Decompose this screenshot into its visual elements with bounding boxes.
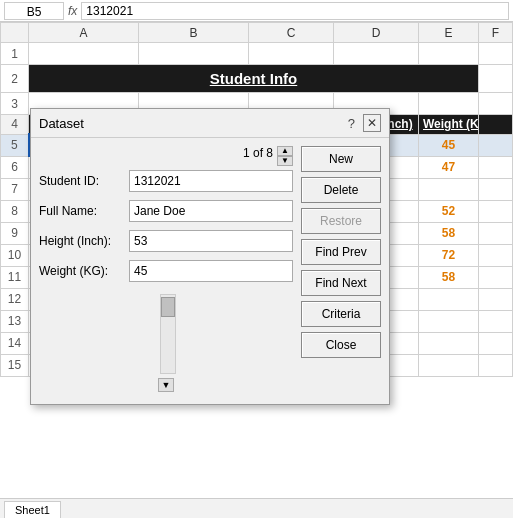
cell-e1[interactable]	[419, 43, 479, 65]
col-header-d[interactable]: D	[334, 23, 419, 43]
cell-f13[interactable]	[479, 310, 513, 332]
row-num: 2	[1, 65, 29, 93]
dialog-body: 1 of 8 ▲ ▼ Student ID:	[31, 138, 389, 404]
table-row: 1	[1, 43, 513, 65]
cell-e10[interactable]: 72	[419, 244, 479, 266]
dialog-bottom: ▼	[39, 374, 293, 396]
scroll-up-arrow[interactable]: ▲	[277, 146, 293, 156]
col-header-c[interactable]: C	[249, 23, 334, 43]
header-weight[interactable]: Weight (KG)	[419, 115, 479, 135]
col-header-corner[interactable]	[1, 23, 29, 43]
dialog-close-icon[interactable]: ✕	[363, 114, 381, 132]
cell-e14[interactable]	[419, 332, 479, 354]
col-header-f[interactable]: F	[479, 23, 513, 43]
cell-e8[interactable]: 52	[419, 200, 479, 222]
find-next-button[interactable]: Find Next	[301, 270, 381, 296]
v-scrollbar[interactable]	[160, 294, 176, 374]
cell-e13[interactable]	[419, 310, 479, 332]
cell-f10[interactable]	[479, 244, 513, 266]
dialog-title: Dataset	[39, 116, 84, 131]
fx-label: fx	[68, 4, 77, 18]
cell-f11[interactable]	[479, 266, 513, 288]
cell-e5[interactable]: 45	[419, 134, 479, 156]
record-indicator-row: 1 of 8 ▲ ▼	[39, 146, 293, 166]
cell-d1[interactable]	[334, 43, 419, 65]
row-num: 4	[1, 115, 29, 135]
field-input-wrapper-full-name	[129, 200, 293, 222]
row-num: 8	[1, 200, 29, 222]
record-indicator: 1 of 8	[243, 146, 273, 160]
row-num: 5	[1, 134, 29, 156]
field-input-student-id[interactable]	[129, 170, 293, 192]
close-button[interactable]: Close	[301, 332, 381, 358]
cell-f2[interactable]	[479, 65, 513, 93]
cell-f7[interactable]	[479, 178, 513, 200]
dialog-buttons: New Delete Restore Find Prev Find Next C…	[301, 146, 381, 396]
cell-e11[interactable]: 58	[419, 266, 479, 288]
sheet-tabs: Sheet1	[0, 498, 513, 518]
row-num: 13	[1, 310, 29, 332]
cell-f5[interactable]	[479, 134, 513, 156]
cell-f12[interactable]	[479, 288, 513, 310]
cell-a1[interactable]	[29, 43, 139, 65]
field-input-wrapper-student-id	[129, 170, 293, 192]
cell-e15[interactable]	[419, 354, 479, 376]
field-label-student-id: Student ID:	[39, 174, 129, 188]
cell-e6[interactable]: 47	[419, 156, 479, 178]
formula-input[interactable]	[81, 2, 509, 20]
cell-e7[interactable]	[419, 178, 479, 200]
cell-c1[interactable]	[249, 43, 334, 65]
dialog-fields-area: 1 of 8 ▲ ▼ Student ID:	[39, 146, 293, 396]
scroll-arrows: ▲ ▼	[277, 146, 293, 166]
new-button[interactable]: New	[301, 146, 381, 172]
row-num: 11	[1, 266, 29, 288]
cell-f1[interactable]	[479, 43, 513, 65]
cell-b1[interactable]	[139, 43, 249, 65]
field-input-weight[interactable]	[129, 260, 293, 282]
cell-f15[interactable]	[479, 354, 513, 376]
dialog-fields: Student ID: Full Name: Heigh	[39, 170, 293, 290]
dialog-help-button[interactable]: ?	[348, 116, 355, 131]
cell-e9[interactable]: 58	[419, 222, 479, 244]
row-num: 10	[1, 244, 29, 266]
row-num: 6	[1, 156, 29, 178]
cell-e3[interactable]	[419, 93, 479, 115]
col-header-e[interactable]: E	[419, 23, 479, 43]
v-scrollbar-area	[39, 294, 293, 374]
scrollbar-thumb	[161, 297, 175, 317]
row-num: 9	[1, 222, 29, 244]
sheet-tab-1[interactable]: Sheet1	[4, 501, 61, 518]
col-header-a[interactable]: A	[29, 23, 139, 43]
field-input-wrapper-height	[129, 230, 293, 252]
cell-f6[interactable]	[479, 156, 513, 178]
scroll-bottom-arrow[interactable]: ▼	[158, 378, 174, 392]
scroll-down-arrow[interactable]: ▼	[277, 156, 293, 166]
dialog-titlebar: Dataset ? ✕	[31, 109, 389, 138]
cell-f9[interactable]	[479, 222, 513, 244]
cell-f8[interactable]	[479, 200, 513, 222]
spreadsheet: B5 fx A B C D E F 1	[0, 0, 513, 518]
field-row-student-id: Student ID:	[39, 170, 293, 192]
field-label-weight: Weight (KG):	[39, 264, 129, 278]
restore-button[interactable]: Restore	[301, 208, 381, 234]
title-cell[interactable]: Student Info	[29, 65, 479, 93]
table-row: 2 Student Info	[1, 65, 513, 93]
row-num: 3	[1, 93, 29, 115]
field-input-full-name[interactable]	[129, 200, 293, 222]
cell-f3[interactable]	[479, 93, 513, 115]
cell-e12[interactable]	[419, 288, 479, 310]
cell-f14[interactable]	[479, 332, 513, 354]
criteria-button[interactable]: Criteria	[301, 301, 381, 327]
delete-button[interactable]: Delete	[301, 177, 381, 203]
name-box[interactable]: B5	[4, 2, 64, 20]
row-num: 12	[1, 288, 29, 310]
field-row-full-name: Full Name:	[39, 200, 293, 222]
field-input-height[interactable]	[129, 230, 293, 252]
formula-bar: B5 fx	[0, 0, 513, 22]
field-input-wrapper-weight	[129, 260, 293, 282]
header-f4[interactable]	[479, 115, 513, 135]
col-header-b[interactable]: B	[139, 23, 249, 43]
row-num: 7	[1, 178, 29, 200]
field-row-height: Height (Inch):	[39, 230, 293, 252]
find-prev-button[interactable]: Find Prev	[301, 239, 381, 265]
